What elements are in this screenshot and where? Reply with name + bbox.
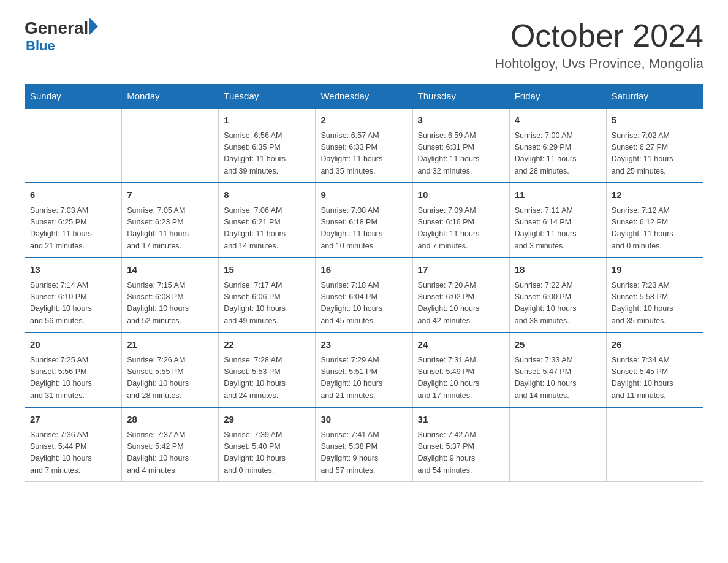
day-info: Sunrise: 7:28 AM Sunset: 5:53 PM Dayligh… (224, 354, 310, 402)
calendar-cell: 29Sunrise: 7:39 AM Sunset: 5:40 PM Dayli… (219, 407, 316, 482)
calendar-cell: 23Sunrise: 7:29 AM Sunset: 5:51 PM Dayli… (316, 332, 412, 407)
calendar-week-row: 20Sunrise: 7:25 AM Sunset: 5:56 PM Dayli… (25, 332, 703, 407)
day-info: Sunrise: 7:25 AM Sunset: 5:56 PM Dayligh… (30, 354, 116, 402)
logo: General Blue (25, 18, 98, 54)
day-number: 4 (515, 113, 601, 128)
calendar-week-row: 27Sunrise: 7:36 AM Sunset: 5:44 PM Dayli… (25, 407, 703, 482)
day-info: Sunrise: 7:15 AM Sunset: 6:08 PM Dayligh… (127, 280, 213, 327)
calendar-cell: 5Sunrise: 7:02 AM Sunset: 6:27 PM Daylig… (606, 108, 703, 183)
day-info: Sunrise: 7:42 AM Sunset: 5:37 PM Dayligh… (418, 429, 504, 477)
logo-triangle-icon (89, 18, 98, 35)
calendar-cell: 7Sunrise: 7:05 AM Sunset: 6:23 PM Daylig… (122, 183, 219, 258)
calendar-week-row: 1Sunrise: 6:56 AM Sunset: 6:35 PM Daylig… (25, 108, 703, 183)
day-number: 25 (515, 338, 601, 352)
calendar-cell: 19Sunrise: 7:23 AM Sunset: 5:58 PM Dayli… (606, 258, 703, 332)
day-number: 23 (320, 338, 407, 352)
title-block: October 2024 Hohtolgoy, Uvs Province, Mo… (495, 18, 703, 72)
day-number: 1 (224, 113, 310, 128)
col-header-thursday: Thursday (412, 85, 509, 109)
day-info: Sunrise: 7:18 AM Sunset: 6:04 PM Dayligh… (320, 280, 407, 327)
month-title: October 2024 (495, 18, 703, 53)
calendar-cell (25, 108, 122, 183)
calendar-header-row: SundayMondayTuesdayWednesdayThursdayFrid… (25, 85, 703, 109)
day-number: 7 (127, 188, 213, 202)
day-info: Sunrise: 7:12 AM Sunset: 6:12 PM Dayligh… (612, 205, 698, 253)
day-number: 21 (127, 338, 213, 352)
calendar-cell: 12Sunrise: 7:12 AM Sunset: 6:12 PM Dayli… (606, 183, 703, 258)
day-info: Sunrise: 7:36 AM Sunset: 5:44 PM Dayligh… (30, 429, 116, 477)
day-info: Sunrise: 7:06 AM Sunset: 6:21 PM Dayligh… (224, 205, 310, 253)
calendar-cell: 14Sunrise: 7:15 AM Sunset: 6:08 PM Dayli… (122, 258, 219, 332)
col-header-monday: Monday (122, 85, 219, 109)
day-info: Sunrise: 7:41 AM Sunset: 5:38 PM Dayligh… (320, 429, 407, 477)
day-number: 16 (320, 263, 407, 277)
calendar-cell: 15Sunrise: 7:17 AM Sunset: 6:06 PM Dayli… (219, 258, 316, 332)
day-number: 20 (30, 338, 116, 352)
calendar-cell: 21Sunrise: 7:26 AM Sunset: 5:55 PM Dayli… (122, 332, 219, 407)
page-header: General Blue October 2024 Hohtolgoy, Uvs… (25, 18, 703, 72)
day-number: 10 (418, 188, 504, 202)
calendar-cell: 17Sunrise: 7:20 AM Sunset: 6:02 PM Dayli… (412, 258, 509, 332)
day-info: Sunrise: 7:37 AM Sunset: 5:42 PM Dayligh… (127, 429, 213, 477)
calendar-cell: 28Sunrise: 7:37 AM Sunset: 5:42 PM Dayli… (122, 407, 219, 482)
day-number: 31 (418, 413, 504, 427)
day-number: 18 (515, 263, 601, 277)
calendar-cell: 6Sunrise: 7:03 AM Sunset: 6:25 PM Daylig… (25, 183, 122, 258)
day-info: Sunrise: 6:59 AM Sunset: 6:31 PM Dayligh… (418, 130, 504, 178)
day-info: Sunrise: 7:33 AM Sunset: 5:47 PM Dayligh… (515, 354, 601, 402)
col-header-saturday: Saturday (606, 85, 703, 109)
col-header-tuesday: Tuesday (219, 85, 316, 109)
day-info: Sunrise: 7:00 AM Sunset: 6:29 PM Dayligh… (515, 130, 601, 178)
day-info: Sunrise: 7:39 AM Sunset: 5:40 PM Dayligh… (224, 429, 310, 477)
location-subtitle: Hohtolgoy, Uvs Province, Mongolia (495, 56, 703, 72)
calendar-cell: 26Sunrise: 7:34 AM Sunset: 5:45 PM Dayli… (606, 332, 703, 407)
day-info: Sunrise: 7:20 AM Sunset: 6:02 PM Dayligh… (418, 280, 504, 327)
day-number: 3 (418, 113, 504, 128)
calendar-week-row: 13Sunrise: 7:14 AM Sunset: 6:10 PM Dayli… (25, 258, 703, 332)
day-info: Sunrise: 7:03 AM Sunset: 6:25 PM Dayligh… (30, 205, 116, 253)
day-number: 8 (224, 188, 310, 202)
day-number: 29 (224, 413, 310, 427)
day-info: Sunrise: 7:23 AM Sunset: 5:58 PM Dayligh… (612, 280, 698, 327)
day-number: 5 (612, 113, 698, 128)
day-number: 15 (224, 263, 310, 277)
day-number: 2 (320, 113, 407, 128)
calendar-cell: 24Sunrise: 7:31 AM Sunset: 5:49 PM Dayli… (412, 332, 509, 407)
day-info: Sunrise: 7:14 AM Sunset: 6:10 PM Dayligh… (30, 280, 116, 327)
day-number: 6 (30, 188, 116, 202)
calendar-cell: 2Sunrise: 6:57 AM Sunset: 6:33 PM Daylig… (316, 108, 412, 183)
calendar-cell: 10Sunrise: 7:09 AM Sunset: 6:16 PM Dayli… (412, 183, 509, 258)
calendar-cell: 27Sunrise: 7:36 AM Sunset: 5:44 PM Dayli… (25, 407, 122, 482)
day-number: 28 (127, 413, 213, 427)
calendar-cell: 18Sunrise: 7:22 AM Sunset: 6:00 PM Dayli… (509, 258, 606, 332)
day-number: 26 (612, 338, 698, 352)
calendar-cell: 4Sunrise: 7:00 AM Sunset: 6:29 PM Daylig… (509, 108, 606, 183)
day-info: Sunrise: 7:22 AM Sunset: 6:00 PM Dayligh… (515, 280, 601, 327)
day-info: Sunrise: 6:57 AM Sunset: 6:33 PM Dayligh… (320, 130, 407, 178)
day-info: Sunrise: 7:34 AM Sunset: 5:45 PM Dayligh… (612, 354, 698, 402)
col-header-wednesday: Wednesday (316, 85, 412, 109)
day-number: 30 (320, 413, 407, 427)
calendar-cell (509, 407, 606, 482)
day-info: Sunrise: 6:56 AM Sunset: 6:35 PM Dayligh… (224, 130, 310, 178)
day-number: 14 (127, 263, 213, 277)
calendar-cell (122, 108, 219, 183)
calendar-cell: 30Sunrise: 7:41 AM Sunset: 5:38 PM Dayli… (316, 407, 412, 482)
day-info: Sunrise: 7:31 AM Sunset: 5:49 PM Dayligh… (418, 354, 504, 402)
calendar-cell: 11Sunrise: 7:11 AM Sunset: 6:14 PM Dayli… (509, 183, 606, 258)
day-info: Sunrise: 7:11 AM Sunset: 6:14 PM Dayligh… (515, 205, 601, 253)
day-info: Sunrise: 7:29 AM Sunset: 5:51 PM Dayligh… (320, 354, 407, 402)
calendar-cell: 1Sunrise: 6:56 AM Sunset: 6:35 PM Daylig… (219, 108, 316, 183)
day-number: 17 (418, 263, 504, 277)
calendar-cell: 3Sunrise: 6:59 AM Sunset: 6:31 PM Daylig… (412, 108, 509, 183)
logo-general-text: General (25, 18, 88, 38)
day-number: 22 (224, 338, 310, 352)
day-number: 24 (418, 338, 504, 352)
day-number: 12 (612, 188, 698, 202)
calendar-week-row: 6Sunrise: 7:03 AM Sunset: 6:25 PM Daylig… (25, 183, 703, 258)
day-number: 19 (612, 263, 698, 277)
day-info: Sunrise: 7:26 AM Sunset: 5:55 PM Dayligh… (127, 354, 213, 402)
day-info: Sunrise: 7:05 AM Sunset: 6:23 PM Dayligh… (127, 205, 213, 253)
calendar-cell: 25Sunrise: 7:33 AM Sunset: 5:47 PM Dayli… (509, 332, 606, 407)
day-info: Sunrise: 7:08 AM Sunset: 6:18 PM Dayligh… (320, 205, 407, 253)
